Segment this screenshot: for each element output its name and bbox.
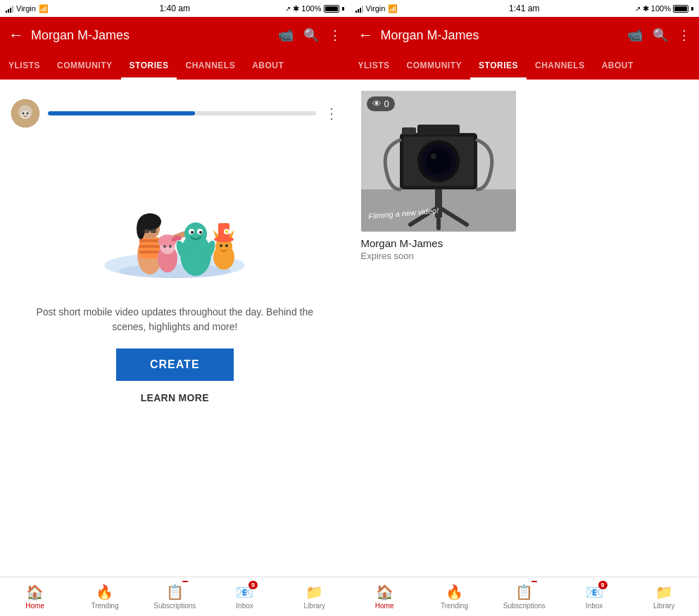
library-icon-r: 📁 (655, 584, 673, 601)
loading-bar-fill (48, 111, 195, 115)
status-bar-right-info: ↗ ✱ 100% (285, 4, 344, 13)
content-left: ⋮ (0, 80, 350, 577)
svg-rect-58 (417, 125, 460, 135)
home-icon-r: 🏠 (376, 584, 393, 601)
battery-icon-r (673, 5, 688, 13)
app-header-left: ← Morgan M-James 📹 🔍 ⋮ (0, 17, 350, 54)
back-button[interactable]: ← (8, 26, 24, 44)
loading-bar (48, 111, 316, 115)
svg-point-26 (191, 231, 194, 234)
battery-label: 100% (301, 4, 321, 13)
library-label-r: Library (653, 602, 675, 610)
nav-trending-r[interactable]: 🔥 Trending (420, 579, 489, 614)
trending-icon-r: 🔥 (446, 584, 463, 601)
time-label: 1:40 am (160, 4, 190, 13)
create-button[interactable]: CREATE (116, 348, 234, 381)
tab-playlists[interactable]: YLISTS (0, 54, 49, 80)
svg-point-57 (431, 153, 436, 159)
svg-rect-14 (139, 251, 160, 253)
library-label: Library (304, 602, 326, 610)
svg-point-17 (137, 218, 145, 239)
signal-icon (6, 4, 13, 13)
bluetooth-icon: ✱ (293, 4, 299, 13)
svg-point-23 (184, 222, 207, 245)
wifi-icon: 📶 (39, 4, 49, 13)
learn-more-button[interactable]: LEARN MORE (141, 392, 209, 403)
svg-rect-13 (139, 245, 160, 248)
nav-library-r[interactable]: 📁 Library (629, 579, 699, 614)
eye-icon: 👁 (372, 99, 382, 109)
illustration-area (11, 146, 339, 287)
post-more-icon[interactable]: ⋮ (325, 105, 339, 122)
nav-home-r[interactable]: 🏠 Home (350, 579, 420, 614)
svg-point-6 (27, 113, 29, 115)
subscriptions-badge (182, 581, 188, 582)
tab-community[interactable]: COMMUNITY (49, 54, 121, 80)
arrow-icon: ↗ (285, 5, 291, 13)
story-views: 👁 0 (367, 96, 395, 111)
stories-empty-state: ⋮ (0, 80, 350, 417)
nav-subscriptions[interactable]: 📋 Subscriptions (140, 579, 210, 614)
subscriptions-label: Subscriptions (153, 602, 196, 610)
tab-channels[interactable]: CHANNELS (177, 54, 244, 80)
nav-tabs-right: YLISTS COMMUNITY STORIES CHANNELS ABOUT (350, 54, 700, 80)
nav-tabs-left: YLISTS COMMUNITY STORIES CHANNELS ABOUT (0, 54, 350, 80)
search-icon-r[interactable]: 🔍 (653, 27, 668, 43)
inbox-badge: 9 (248, 581, 258, 589)
nav-home[interactable]: 🏠 Home (0, 579, 70, 614)
bluetooth-icon-r: ✱ (643, 4, 649, 13)
inbox-label-r: Inbox (586, 602, 603, 610)
battery-tip (342, 7, 344, 11)
status-bar-left: Virgin 📶 1:40 am ↗ ✱ 100% (0, 0, 350, 17)
stories-list: 👁 0 Filming a new video! Morgan M-James … (350, 80, 700, 272)
header-icons: 📹 🔍 ⋮ (278, 27, 341, 43)
video-add-icon[interactable]: 📹 (278, 27, 294, 43)
tab-playlists-r[interactable]: YLISTS (350, 54, 398, 80)
tab-stories-r[interactable]: STORIES (470, 54, 527, 80)
right-panel: Virgin 📶 1:41 am ↗ ✱ 100% ← Morgan M-Jam… (350, 0, 700, 616)
nav-inbox-r[interactable]: 📧 9 Inbox (559, 579, 629, 614)
subscriptions-icon: 📋 (166, 584, 184, 601)
carrier-label-r: Virgin (366, 4, 386, 13)
nav-trending[interactable]: 🔥 Trending (70, 579, 139, 614)
status-bar-right-left: Virgin 📶 (355, 4, 398, 13)
nav-inbox[interactable]: 📧 9 Inbox (210, 579, 279, 614)
nav-subscriptions-r[interactable]: 📋 Subscriptions (489, 579, 559, 614)
status-bar-right: Virgin 📶 1:41 am ↗ ✱ 100% (350, 0, 700, 17)
inbox-badge-r: 9 (598, 581, 607, 589)
svg-point-4 (20, 111, 30, 119)
battery-label-r: 100% (651, 4, 671, 13)
tab-about-r[interactable]: ABOUT (593, 54, 642, 80)
nav-library[interactable]: 📁 Library (279, 579, 349, 614)
svg-point-37 (169, 245, 172, 248)
bottom-nav-left: 🏠 Home 🔥 Trending 📋 Subscriptions 📧 9 In… (0, 577, 350, 616)
home-icon: 🏠 (26, 584, 44, 601)
subscriptions-label-r: Subscriptions (503, 602, 546, 610)
more-icon[interactable]: ⋮ (329, 27, 341, 43)
signal-icon-r (355, 4, 363, 13)
video-add-icon-r[interactable]: 📹 (627, 27, 643, 43)
avatar (11, 99, 39, 127)
trending-label-r: Trending (441, 602, 468, 610)
svg-rect-12 (139, 239, 160, 242)
library-icon: 📁 (306, 584, 323, 601)
inbox-icon-r: 📧 9 (586, 584, 603, 601)
tab-channels-r[interactable]: CHANNELS (527, 54, 593, 80)
back-button-r[interactable]: ← (358, 26, 374, 44)
left-panel: Virgin 📶 1:40 am ↗ ✱ 100% ← Morgan M-Jam… (0, 0, 350, 616)
trending-icon: 🔥 (96, 584, 113, 601)
more-icon-r[interactable]: ⋮ (678, 27, 691, 43)
tab-about[interactable]: ABOUT (244, 54, 292, 80)
story-expires: Expires soon (361, 251, 688, 261)
inbox-icon: 📧 9 (236, 584, 253, 601)
time-label-r: 1:41 am (509, 4, 539, 13)
arrow-icon-r: ↗ (635, 5, 641, 13)
story-card[interactable]: 👁 0 Filming a new video! Morgan M-James … (361, 91, 688, 261)
bottom-nav-right: 🏠 Home 🔥 Trending 📋 Subscriptions 📧 9 In… (350, 577, 700, 616)
search-icon[interactable]: 🔍 (303, 27, 319, 43)
tab-stories[interactable]: STORIES (121, 54, 177, 80)
tab-community-r[interactable]: COMMUNITY (398, 54, 471, 80)
home-label: Home (25, 602, 44, 610)
carrier-label: Virgin (16, 4, 36, 13)
app-header-right: ← Morgan M-James 📹 🔍 ⋮ (350, 17, 700, 54)
